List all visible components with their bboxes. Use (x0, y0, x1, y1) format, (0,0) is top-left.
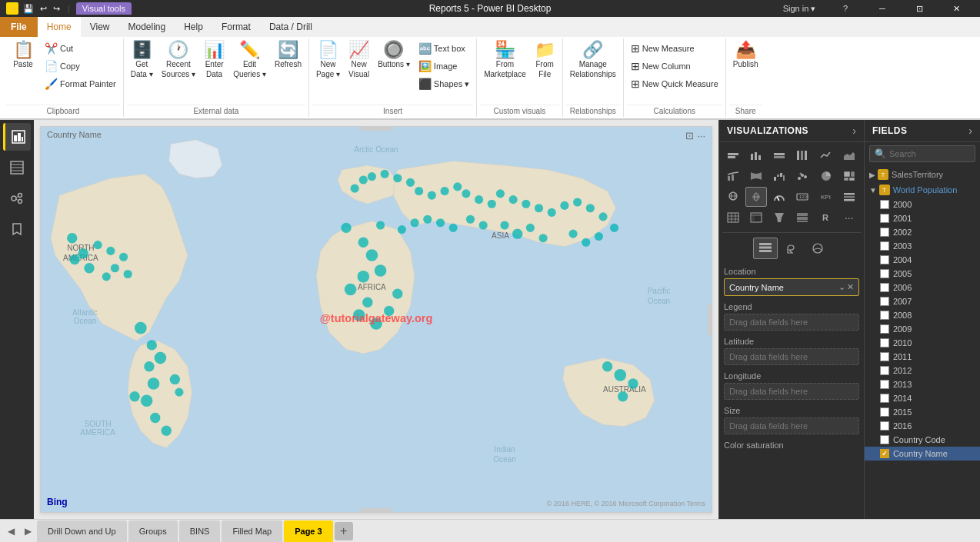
sign-in-button[interactable]: Sign in ▾ (772, 0, 826, 17)
page-prev-button[interactable]: ◀ (3, 524, 18, 539)
field-checkbox[interactable] (880, 324, 889, 334)
fields-item-2012[interactable]: 2012 (865, 364, 980, 377)
fields-item-country-code[interactable]: Country Code (865, 433, 980, 447)
tab-format[interactable]: Format (212, 17, 260, 37)
new-visual-button[interactable]: 📈 NewVisual (345, 40, 373, 81)
viz-scatter[interactable] (792, 166, 813, 186)
viz-format-tab[interactable] (779, 238, 804, 259)
edit-queries-button[interactable]: ✏️ EditQueries ▾ (229, 40, 270, 81)
from-marketplace-button[interactable]: 🏪 FromMarketplace (480, 40, 529, 81)
resize-handle-bottom[interactable] (361, 508, 392, 512)
field-checkbox[interactable] (880, 283, 889, 292)
viz-filled-map[interactable] (745, 187, 767, 207)
tab-file[interactable]: File (0, 17, 38, 37)
format-painter-button[interactable]: 🖌️Format Painter (41, 75, 120, 92)
new-measure-button[interactable]: ⊞New Measure (627, 40, 722, 57)
recent-sources-button[interactable]: 🕐 RecentSources ▾ (158, 40, 199, 81)
fields-item-2009[interactable]: 2009 (865, 322, 980, 336)
get-data-button[interactable]: 🗄️ GetData ▾ (127, 40, 157, 81)
text-box-button[interactable]: 🔤Text box (415, 40, 473, 57)
fields-item-2010[interactable]: 2010 (865, 336, 980, 350)
field-checkbox[interactable] (880, 255, 889, 264)
paste-button[interactable]: 📋 Paste (6, 40, 40, 71)
save-icon[interactable]: 💾 (23, 4, 34, 14)
viz-100-bar[interactable] (768, 145, 790, 165)
fields-item-2004[interactable]: 2004 (865, 253, 980, 267)
latitude-drop-zone[interactable]: Drag data fields here (724, 348, 859, 365)
fields-item-2003[interactable]: 2003 (865, 239, 980, 253)
cut-button[interactable]: ✂️Cut (41, 40, 120, 57)
field-checkbox[interactable] (880, 380, 889, 389)
manage-relationships-button[interactable]: 🔗 ManageRelationships (566, 40, 620, 81)
fields-item-2006[interactable]: 2006 (865, 281, 980, 294)
minimize-button[interactable]: ─ (865, 0, 900, 17)
publish-button[interactable]: 📤 Publish (729, 40, 762, 71)
viz-fields-tab[interactable] (753, 238, 778, 259)
field-checkbox[interactable] (880, 338, 889, 347)
refresh-button[interactable]: 🔄 Refresh (271, 40, 305, 71)
redo-icon[interactable]: ↪ (53, 4, 60, 14)
field-checkbox[interactable] (880, 228, 889, 237)
fields-search-box[interactable]: 🔍 (869, 145, 975, 162)
field-checkbox[interactable] (880, 297, 889, 306)
fields-item-2016[interactable]: 2016 (865, 419, 980, 433)
longitude-drop-zone[interactable]: Drag data fields here (724, 383, 859, 400)
viz-gauge[interactable] (768, 187, 790, 207)
buttons-button[interactable]: 🔘 Buttons ▾ (374, 40, 414, 71)
page-tab-drill-down-and-up[interactable]: Drill Down and Up (37, 520, 127, 542)
tab-modeling[interactable]: Modeling (118, 17, 175, 37)
viz-more[interactable]: ··· (838, 208, 860, 228)
close-button[interactable]: ✕ (938, 0, 974, 17)
fields-item-2000[interactable]: 2000 (865, 198, 980, 211)
tab-home[interactable]: Home (38, 17, 81, 37)
undo-icon[interactable]: ↩ (40, 4, 47, 14)
visual-focus-icon[interactable]: ⊡ (685, 130, 694, 141)
copy-button[interactable]: 📄Copy (41, 58, 120, 75)
field-checkbox[interactable] (880, 214, 889, 223)
viz-card[interactable]: 123 (792, 187, 813, 207)
restore-button[interactable]: ⊡ (902, 0, 937, 17)
location-value-box[interactable]: Country Name ⌄ ✕ (724, 278, 859, 296)
fields-item-country-name[interactable]: ✓ Country Name (865, 447, 980, 461)
fields-search-input[interactable] (889, 149, 970, 158)
viz-ribbon[interactable] (745, 166, 767, 186)
fields-item-2005[interactable]: 2005 (865, 267, 980, 281)
fields-group-salesterritory[interactable]: ▶ T SalesTerritory (865, 167, 980, 182)
field-checkbox[interactable] (880, 241, 889, 251)
viz-area-chart[interactable] (838, 145, 860, 165)
enter-data-button[interactable]: 📊 EnterData (200, 40, 228, 81)
viz-funnel[interactable] (768, 208, 790, 228)
field-checkbox[interactable]: ✓ (880, 449, 889, 458)
image-button[interactable]: 🖼️Image (415, 58, 473, 75)
viz-column-chart[interactable] (745, 145, 767, 165)
fields-item-2015[interactable]: 2015 (865, 405, 980, 419)
shapes-button[interactable]: ⬛Shapes ▾ (415, 75, 473, 92)
legend-drop-zone[interactable]: Drag data fields here (724, 314, 859, 331)
fields-item-2007[interactable]: 2007 (865, 294, 980, 308)
fields-group-world-population[interactable]: ▼ T World Population (865, 182, 980, 198)
viz-kpi[interactable]: KPI (815, 187, 837, 207)
fields-item-2014[interactable]: 2014 (865, 391, 980, 405)
tab-help[interactable]: Help (175, 17, 212, 37)
map-container[interactable]: Atlantic Ocean SOUTH AMERICA NORTH AMERI… (41, 127, 712, 512)
viz-panel-expand-icon[interactable]: › (852, 125, 856, 137)
tab-view[interactable]: View (81, 17, 119, 37)
report-view-button[interactable] (3, 123, 31, 151)
viz-table[interactable] (722, 208, 744, 228)
viz-map[interactable] (722, 187, 744, 207)
resize-handle-top[interactable] (361, 127, 392, 131)
page-next-button[interactable]: ▶ (20, 524, 35, 539)
model-view-button[interactable] (3, 185, 31, 212)
resize-handle-right[interactable] (708, 304, 712, 335)
fields-panel-expand-icon[interactable]: › (968, 125, 972, 137)
size-drop-zone[interactable]: Drag data fields here (724, 417, 859, 434)
page-tab-groups[interactable]: Groups (128, 520, 178, 542)
field-checkbox[interactable] (880, 269, 889, 278)
field-checkbox[interactable] (880, 352, 889, 361)
viz-waterfall[interactable] (768, 166, 790, 186)
fields-item-2008[interactable]: 2008 (865, 308, 980, 322)
fields-item-2001[interactable]: 2001 (865, 211, 980, 225)
new-column-button[interactable]: ⊞New Column (627, 58, 722, 75)
page-tab-page-3[interactable]: Page 3 (284, 520, 332, 542)
data-view-button[interactable] (3, 154, 31, 181)
